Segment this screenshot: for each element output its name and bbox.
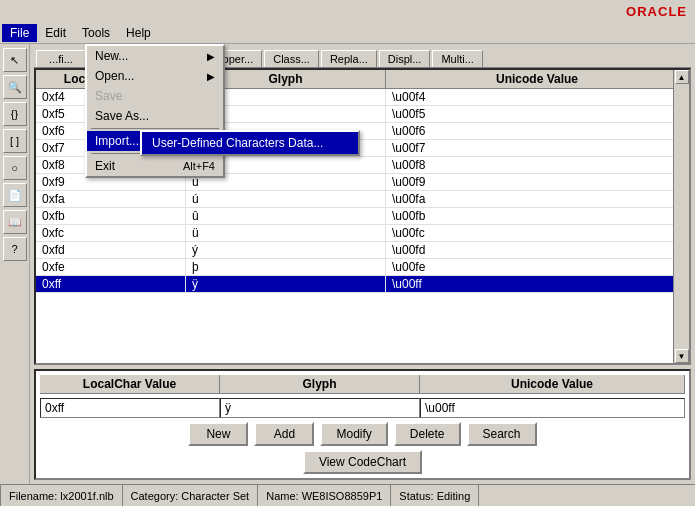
cell-glyph: þ [186, 259, 386, 275]
scrollbar[interactable]: ▲ ▼ [673, 70, 689, 363]
cell-unicode: \u00f5 [386, 106, 689, 122]
cell-unicode: \u00fa [386, 191, 689, 207]
scroll-down-btn[interactable]: ▼ [675, 349, 689, 363]
tab-fi[interactable]: ...fi... [36, 50, 86, 67]
status-category: Category: Character Set [123, 485, 259, 506]
cell-localchar: 0xff [36, 276, 186, 292]
title-bar: ORACLE [0, 0, 695, 22]
menu-help[interactable]: Help [118, 24, 159, 42]
cell-unicode: \u00fb [386, 208, 689, 224]
cell-localchar: 0xfc [36, 225, 186, 241]
toolbar-zoom-btn[interactable]: 🔍 [3, 75, 27, 99]
left-toolbar: ↖ 🔍 {} [ ] ○ 📄 📖 ? [0, 44, 30, 484]
oracle-logo: ORACLE [626, 4, 687, 19]
add-button[interactable]: Add [254, 422, 314, 446]
cell-glyph: û [186, 208, 386, 224]
search-button[interactable]: Search [467, 422, 537, 446]
cell-localchar: 0xfa [36, 191, 186, 207]
menu-save: Save [87, 86, 223, 106]
buttons-row-2: View CodeChart [40, 450, 685, 474]
table-row[interactable]: 0xfb û \u00fb [36, 208, 689, 225]
status-bar: Filename: lx2001f.nlb Category: Characte… [0, 484, 695, 506]
toolbar-doc-btn[interactable]: 📄 [3, 183, 27, 207]
edit-col-glyph: Glyph [220, 375, 420, 393]
glyph-input[interactable] [220, 398, 420, 418]
cell-glyph: ý [186, 242, 386, 258]
cell-unicode: \u00fd [386, 242, 689, 258]
menu-edit[interactable]: Edit [37, 24, 74, 42]
cell-localchar: 0xfb [36, 208, 186, 224]
edit-panel-row [40, 398, 685, 418]
col-unicode: Unicode Value [386, 70, 689, 88]
toolbar-question-btn[interactable]: ? [3, 237, 27, 261]
edit-col-localchar: LocalChar Value [40, 375, 220, 393]
scroll-up-btn[interactable]: ▲ [675, 70, 689, 84]
toolbar-pointer-btn[interactable]: ↖ [3, 48, 27, 72]
cell-unicode: \u00f6 [386, 123, 689, 139]
cell-unicode: \u00ff [386, 276, 689, 292]
menu-tools[interactable]: Tools [74, 24, 118, 42]
toolbar-curly-btn[interactable]: [ ] [3, 129, 27, 153]
cell-glyph: ú [186, 191, 386, 207]
cell-unicode: \u00f7 [386, 140, 689, 156]
menu-new[interactable]: New... ▶ [87, 46, 223, 66]
edit-panel: LocalChar Value Glyph Unicode Value New … [34, 369, 691, 480]
delete-button[interactable]: Delete [394, 422, 461, 446]
cell-glyph: ÿ [186, 276, 386, 292]
cell-unicode: \u00f8 [386, 157, 689, 173]
tab-displ[interactable]: Displ... [379, 50, 431, 67]
cell-localchar: 0xfe [36, 259, 186, 275]
modify-button[interactable]: Modify [320, 422, 387, 446]
buttons-row-1: New Add Modify Delete Search [40, 422, 685, 446]
cell-glyph: ü [186, 225, 386, 241]
submenu-arrow: ▶ [207, 51, 215, 62]
cell-unicode: \u00fe [386, 259, 689, 275]
toolbar-circle-btn[interactable]: ○ [3, 156, 27, 180]
table-row[interactable]: 0xff ÿ \u00ff [36, 276, 689, 293]
menu-save-as[interactable]: Save As... [87, 106, 223, 126]
table-row[interactable]: 0xfd ý \u00fd [36, 242, 689, 259]
menu-file[interactable]: File [2, 24, 37, 42]
table-row[interactable]: 0xfa ú \u00fa [36, 191, 689, 208]
status-name: Name: WE8ISO8859P1 [258, 485, 391, 506]
tab-class[interactable]: Class... [264, 50, 319, 67]
view-codechart-button[interactable]: View CodeChart [303, 450, 422, 474]
new-button[interactable]: New [188, 422, 248, 446]
cell-unicode: \u00f4 [386, 89, 689, 105]
edit-panel-header: LocalChar Value Glyph Unicode Value [40, 375, 685, 394]
submenu-user-defined[interactable]: User-Defined Characters Data... [142, 132, 358, 154]
unicode-input[interactable] [420, 398, 685, 418]
status-editing: Status: Editing [391, 485, 479, 506]
cell-unicode: \u00f9 [386, 174, 689, 190]
import-submenu: User-Defined Characters Data... [140, 130, 360, 156]
toolbar-book-btn[interactable]: 📖 [3, 210, 27, 234]
file-dropdown-menu: New... ▶ Open... ▶ Save Save As... Impor… [85, 44, 225, 178]
cell-unicode: \u00fc [386, 225, 689, 241]
table-row[interactable]: 0xfc ü \u00fc [36, 225, 689, 242]
table-row[interactable]: 0xfe þ \u00fe [36, 259, 689, 276]
tab-repla[interactable]: Repla... [321, 50, 377, 67]
separator-1 [91, 128, 219, 129]
menu-exit[interactable]: Exit Alt+F4 [87, 156, 223, 176]
toolbar-brackets-btn[interactable]: {} [3, 102, 27, 126]
submenu-arrow-open: ▶ [207, 71, 215, 82]
cell-localchar: 0xfd [36, 242, 186, 258]
menu-bar: File Edit Tools Help New... ▶ Open... ▶ … [0, 22, 695, 44]
localchar-input[interactable] [40, 398, 220, 418]
tab-multi[interactable]: Multi... [432, 50, 482, 67]
status-filename: Filename: lx2001f.nlb [0, 485, 123, 506]
edit-col-unicode: Unicode Value [420, 375, 685, 393]
menu-open[interactable]: Open... ▶ [87, 66, 223, 86]
